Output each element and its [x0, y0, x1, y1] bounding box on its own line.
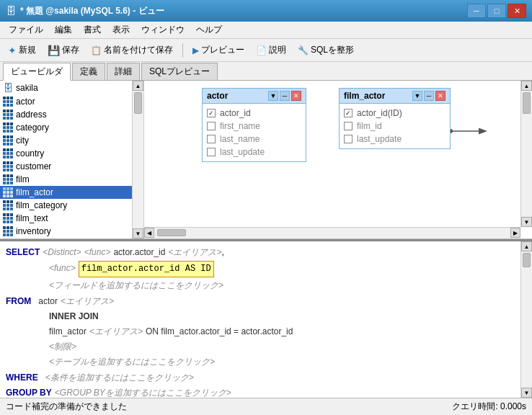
sidebar-scroll-thumb[interactable] — [134, 92, 142, 114]
film-actor-table-close[interactable]: ✕ — [435, 91, 445, 101]
sidebar-item-address[interactable]: address — [0, 108, 132, 121]
sidebar-item-label: inventory — [16, 226, 51, 236]
menu-format[interactable]: 書式 — [78, 22, 107, 37]
saveas-button[interactable]: 📋 名前を付けて保存 — [86, 41, 178, 59]
sql-add-table-line: <テーブルを追加するにはここをクリック> — [6, 355, 518, 369]
sidebar-item-city[interactable]: city — [0, 134, 132, 147]
sidebar-item-country[interactable]: country — [0, 147, 132, 160]
top-section: ▲ ▼ 🗄 sakila actor address — [0, 81, 532, 239]
restriction-hint[interactable]: <制限> — [49, 340, 76, 354]
diagram-scroll-left[interactable]: ◀ — [144, 228, 154, 238]
diagram-scroll-right[interactable]: ▶ — [510, 228, 520, 238]
sidebar-scroll-up[interactable]: ▲ — [133, 81, 143, 91]
sql-vscroll-thumb[interactable] — [523, 253, 531, 267]
actor-id-checkbox[interactable] — [207, 109, 216, 117]
alias-hint-2[interactable]: <エイリアス> — [61, 295, 114, 308]
actor-col-actor-id[interactable]: actor_id — [203, 107, 306, 120]
diagram-vscroll-thumb[interactable] — [523, 92, 531, 114]
sidebar-item-film[interactable]: film — [0, 173, 132, 186]
film-actor-id-checkbox[interactable] — [344, 109, 353, 117]
field2-highlighted[interactable]: film_actor.actor_id AS ID — [79, 261, 214, 277]
join-table[interactable]: film_actor — [49, 325, 87, 339]
actor-last-update-checkbox[interactable] — [207, 148, 216, 156]
actor-table-close[interactable]: ✕ — [291, 91, 301, 101]
first-name-checkbox[interactable] — [207, 122, 216, 130]
diagram-scroll-up[interactable]: ▲ — [521, 81, 532, 91]
diagram-hscroll-thumb[interactable] — [157, 229, 186, 236]
sidebar-item-actor[interactable]: actor — [0, 95, 132, 108]
tab-sql-preview[interactable]: SQLプレビュー — [141, 63, 218, 80]
sidebar-item-inventory[interactable]: inventory — [0, 225, 132, 238]
diagram-vscrollbar[interactable]: ▲ ▼ — [520, 81, 532, 227]
sql-where-line: WHERE <条件を追加するにはここをクリック> — [6, 371, 518, 385]
sidebar-content: 🗄 sakila actor address category — [0, 81, 143, 238]
save-button[interactable]: 💾 保存 — [43, 41, 84, 59]
add-groupby-hint[interactable]: <GROUP BYを追加するにはここをクリック> — [55, 386, 231, 398]
explain-button[interactable]: 📄 説明 — [251, 41, 291, 59]
tab-details[interactable]: 詳細 — [107, 63, 140, 80]
sql-vscrollbar[interactable]: ▲ ▼ — [520, 241, 532, 398]
sidebar-item-film-actor[interactable]: film_actor — [0, 186, 132, 199]
sidebar-item-label: actor — [16, 97, 35, 107]
actor-table-minimize[interactable]: ─ — [280, 91, 290, 101]
menu-window[interactable]: ウィンドウ — [136, 22, 190, 37]
func-hint[interactable]: <func> — [84, 246, 111, 259]
window-title: * 無題 @sakila (MySQL 5.6) - ビュー — [20, 5, 467, 17]
add-condition-hint[interactable]: <条件を追加するにはここをクリック> — [45, 371, 194, 385]
table-icon — [3, 161, 13, 171]
table-icon — [3, 110, 13, 120]
tab-view-builder[interactable]: ビュービルダ — [3, 63, 71, 81]
sidebar-item-category[interactable]: category — [0, 121, 132, 134]
alias-hint-3[interactable]: <エイリアス> — [89, 325, 143, 339]
actor-col-last-update[interactable]: last_update — [203, 146, 306, 159]
film-actor-col-film-id[interactable]: film_id — [340, 120, 450, 133]
sidebar-item-film-text[interactable]: film_text — [0, 212, 132, 225]
from-table1[interactable]: actor — [38, 295, 58, 308]
diagram-hscrollbar[interactable]: ◀ ▶ — [144, 227, 520, 238]
distinct-hint[interactable]: <Distinct> — [43, 246, 81, 259]
preview-button[interactable]: ▶ プレビュー — [187, 41, 249, 59]
add-field-hint[interactable]: <フィールドを追加するにはここをクリック> — [49, 279, 223, 293]
sql-scroll-up[interactable]: ▲ — [521, 241, 532, 251]
film-actor-col-actor-id[interactable]: actor_id(ID) — [340, 107, 450, 120]
sidebar-item-customer[interactable]: customer — [0, 160, 132, 173]
film-actor-col-last-update[interactable]: last_update — [340, 133, 450, 146]
maximize-button[interactable]: □ — [487, 4, 506, 18]
table-icon — [3, 148, 13, 159]
format-sql-button[interactable]: 🔧 SQLを整形 — [293, 41, 359, 59]
menu-view[interactable]: 表示 — [107, 22, 136, 37]
actor-table-box: actor ▼ ─ ✕ actor_id first_name — [202, 88, 306, 162]
add-table-hint[interactable]: <テーブルを追加するにはここをクリック> — [49, 355, 215, 369]
sidebar-root[interactable]: 🗄 sakila — [0, 81, 132, 95]
sql-inner-join-line: INNER JOIN — [6, 310, 518, 323]
sidebar-item-language[interactable]: language — [0, 238, 132, 238]
film-actor-last-update-checkbox[interactable] — [344, 135, 353, 143]
field1-label[interactable]: actor.actor_id — [113, 246, 165, 259]
tab-definition[interactable]: 定義 — [72, 63, 105, 80]
close-button[interactable]: ✕ — [507, 4, 526, 18]
sidebar-scrollbar[interactable]: ▲ ▼ — [132, 81, 143, 238]
format-sql-label: SQLを整形 — [311, 44, 354, 56]
film-id-checkbox[interactable] — [344, 122, 353, 130]
new-button[interactable]: ✦ 新規 — [3, 41, 41, 59]
film-actor-table-minimize[interactable]: ─ — [424, 91, 434, 101]
actor-table-dropdown[interactable]: ▼ — [268, 91, 278, 101]
table-icon — [3, 187, 13, 197]
diagram-area: ▲ ▼ ◀ ▶ — [144, 81, 532, 238]
last-name-checkbox[interactable] — [207, 135, 216, 143]
on-clause[interactable]: ON film_actor.actor_id = actor.actor_id — [146, 325, 293, 339]
menu-edit[interactable]: 編集 — [49, 22, 78, 37]
actor-col-last-name[interactable]: last_name — [203, 133, 306, 146]
sidebar-scroll-down[interactable]: ▼ — [133, 228, 143, 238]
film-actor-table-dropdown[interactable]: ▼ — [412, 91, 422, 101]
func-hint-2[interactable]: <func> — [49, 262, 76, 275]
menu-help[interactable]: ヘルプ — [190, 22, 228, 37]
menu-file[interactable]: ファイル — [3, 22, 49, 37]
actor-col-first-name[interactable]: first_name — [203, 120, 306, 133]
main-container: ▲ ▼ 🗄 sakila actor address — [0, 81, 532, 398]
diagram-scroll-down[interactable]: ▼ — [521, 217, 532, 227]
alias-hint-1[interactable]: <エイリアス> — [168, 246, 221, 259]
sidebar-item-film-category[interactable]: film_category — [0, 199, 132, 212]
minimize-button[interactable]: ─ — [467, 4, 486, 18]
sql-scroll-down[interactable]: ▼ — [521, 388, 532, 398]
